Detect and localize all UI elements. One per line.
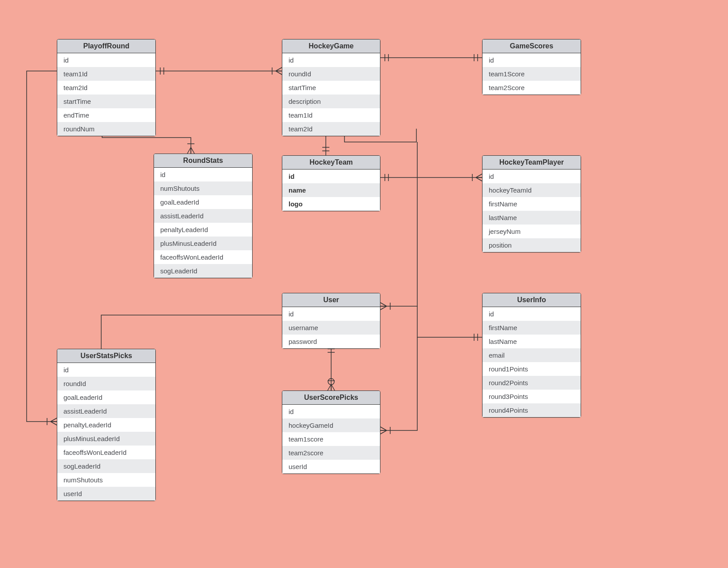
field: lastName [483, 211, 581, 225]
field: goalLeaderId [154, 195, 252, 209]
entity-hockey-game: HockeyGame id roundId startTime descript… [282, 39, 380, 136]
entity-title: UserStatsPicks [57, 349, 155, 363]
field: lastName [483, 335, 581, 348]
entity-title: User [282, 293, 380, 307]
field: round3Points [483, 390, 581, 403]
field: goalLeaderId [57, 390, 155, 404]
field: numShutouts [154, 181, 252, 195]
field: username [282, 321, 380, 335]
entity-hockey-team: HockeyTeam id name logo [282, 155, 380, 211]
field: email [483, 348, 581, 362]
entity-user-info: UserInfo id firstName lastName email rou… [482, 293, 581, 418]
field: team2Id [282, 122, 380, 136]
field: faceoffsWonLeaderId [57, 446, 155, 459]
field: id [57, 53, 155, 67]
field: hockeyGameId [282, 418, 380, 432]
field: description [282, 95, 380, 108]
field: round1Points [483, 362, 581, 376]
field: roundNum [57, 122, 155, 136]
field: numShutouts [57, 473, 155, 487]
field: faceoffsWonLeaderId [154, 250, 252, 264]
field: team2Id [57, 81, 155, 95]
entity-title: HockeyTeamPlayer [483, 156, 581, 170]
field: id [483, 307, 581, 321]
field: id [282, 307, 380, 321]
field: team1Id [57, 67, 155, 81]
field: firstName [483, 197, 581, 211]
entity-game-scores: GameScores id team1Score team2Score [482, 39, 581, 95]
field: firstName [483, 321, 581, 335]
entity-title: HockeyGame [282, 39, 380, 53]
entity-playoff-round: PlayoffRound id team1Id team2Id startTim… [57, 39, 156, 136]
field: password [282, 335, 380, 348]
field: logo [282, 197, 380, 211]
field: id [154, 168, 252, 181]
field: assistLeaderId [57, 404, 155, 418]
entity-title: UserScorePicks [282, 391, 380, 405]
field: round2Points [483, 376, 581, 390]
entity-round-stats: RoundStats id numShutouts goalLeaderId a… [154, 154, 253, 278]
field: jerseyNum [483, 225, 581, 238]
field: assistLeaderId [154, 209, 252, 223]
field: userId [282, 460, 380, 473]
field: penaltyLeaderId [154, 223, 252, 237]
field: id [57, 363, 155, 377]
field: round4Points [483, 403, 581, 417]
field: sogLeaderId [154, 264, 252, 278]
field: roundId [282, 67, 380, 81]
field: endTime [57, 108, 155, 122]
field: startTime [57, 95, 155, 108]
entity-user-stats-picks: UserStatsPicks id roundId goalLeaderId a… [57, 349, 156, 501]
field: userId [57, 487, 155, 501]
field: name [282, 183, 380, 197]
field: sogLeaderId [57, 459, 155, 473]
field: roundId [57, 377, 155, 390]
field: id [483, 170, 581, 183]
field: team2score [282, 446, 380, 460]
entity-title: PlayoffRound [57, 39, 155, 53]
entity-title: HockeyTeam [282, 156, 380, 170]
entity-title: RoundStats [154, 154, 252, 168]
field: team2Score [483, 81, 581, 95]
entity-title: UserInfo [483, 293, 581, 307]
entity-user: User id username password [282, 293, 380, 349]
field: team1Id [282, 108, 380, 122]
field: hockeyTeamId [483, 183, 581, 197]
field: position [483, 238, 581, 252]
field: id [282, 53, 380, 67]
field: plusMinusLeaderId [57, 432, 155, 446]
field: startTime [282, 81, 380, 95]
field: id [282, 405, 380, 418]
field: id [282, 170, 380, 183]
entity-hockey-team-player: HockeyTeamPlayer id hockeyTeamId firstNa… [482, 155, 581, 252]
entity-user-score-picks: UserScorePicks id hockeyGameId team1scor… [282, 390, 380, 474]
field: penaltyLeaderId [57, 418, 155, 432]
field: team1Score [483, 67, 581, 81]
field: id [483, 53, 581, 67]
field: team1score [282, 432, 380, 446]
field: plusMinusLeaderId [154, 237, 252, 250]
entity-title: GameScores [483, 39, 581, 53]
